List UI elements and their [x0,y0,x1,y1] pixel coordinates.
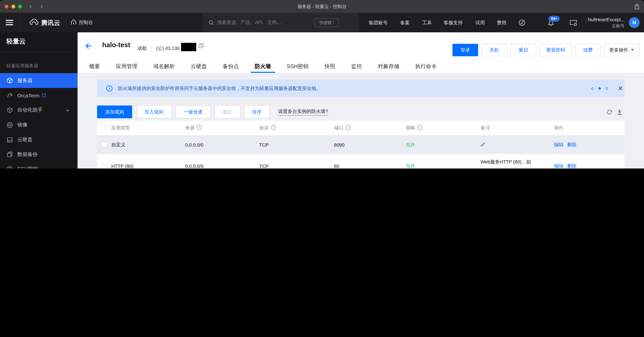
sidebar-item-server[interactable]: 服务器 [0,73,78,88]
info-icon[interactable] [196,125,202,131]
import-rule-button[interactable]: 导入规则 [136,105,172,118]
info-banner: 防火墙所提供的安全防护作用等同于云服务器中的安全组，不支持为轻量应用服务器配置安… [97,79,624,97]
sidebar-group-label: 轻量应用服务器 [6,63,74,69]
window-title: 服务器 - 轻量云 - 控制台 [0,0,644,13]
carousel-dot-active[interactable] [598,87,601,89]
table-row[interactable]: 自定义 0.0.0.0/0 TCP 8090 允许 编辑删除 [97,136,624,154]
browser-window: ‹ › 服务器 - 轻量云 - 控制台 腾讯云 控制台 搜索资源、产品、API、… [0,0,644,168]
nav-item-billing[interactable]: 费用 [497,13,506,32]
tab-domain-resolution[interactable]: 域名解析 [149,59,179,73]
table-row[interactable]: HTTP (80) 0.0.0.0/0 TCP 80 允许 Web服务HTTP … [97,154,624,168]
tab-app-management[interactable]: 应用管理 [112,59,142,73]
tab-backup-point[interactable]: 备份点 [219,59,243,73]
automation-assistant-icon [6,107,13,113]
chevron-down-icon [66,107,70,113]
add-rule-button[interactable]: 添加规则 [97,105,132,118]
instance-ip: (公) 43.136. [156,45,181,51]
info-icon[interactable] [417,125,423,131]
data-backup-icon [6,151,13,157]
instance-actions: 登录 关机 重启 重置密码 续费 更多操作 [452,44,639,56]
sidebar-item-label: OrcaTerm [17,93,40,98]
sort-button[interactable]: 排序 [244,105,270,118]
more-actions-button[interactable]: 更多操作 [604,44,639,56]
delete-rule-button[interactable]: 删除 [214,105,240,118]
multi-instance-firewall-link[interactable]: 设置多台实例的防火墙? [278,107,328,115]
shutdown-button[interactable]: 关机 [482,44,507,56]
ssh-key-icon [6,166,13,168]
info-icon[interactable] [346,125,351,131]
rules-table: 应用类型 来源 协议 端口 策略 备注 操作 自定义 0.0.0.0/0 TCP… [97,120,624,168]
banner-text: 防火墙所提供的安全防护作用等同于云服务器中的安全组，不支持为轻量应用服务器配置安… [118,79,321,97]
select-all-checkbox[interactable] [102,125,107,131]
console-home-link[interactable]: 控制台 [71,13,93,32]
nav-item-trial[interactable]: 试用 [476,13,485,32]
back-arrow-icon[interactable] [86,43,91,50]
download-icon[interactable] [617,109,622,116]
edit-rule-link[interactable]: 编辑 [554,142,564,147]
sidebar-item-label: 数据备份 [17,151,38,158]
carousel-dot[interactable] [606,87,608,89]
instance-region: 成都 [137,45,147,51]
tab-snapshot[interactable]: 快照 [320,59,339,73]
divider [358,13,358,32]
delete-rule-link[interactable]: 删除 [567,163,576,168]
sidebar-item-label: SSH密钥 [17,166,38,168]
sidebar-item-orcaterm[interactable]: OrcaTerm [0,88,78,103]
hamburger-menu-icon[interactable] [6,20,13,25]
refresh-icon[interactable] [606,109,612,116]
console-label: 控制台 [79,19,93,26]
sidebar-item-image[interactable]: 镜像 [0,118,78,132]
edit-rule-link[interactable]: 编辑 [554,163,564,168]
col-action: 操作 [554,120,624,136]
nav-item-group-account[interactable]: 集团账号 [369,13,388,32]
tab-object-storage[interactable]: 对象存储 [374,59,404,73]
row-checkbox[interactable] [102,142,107,147]
carousel-dot[interactable] [591,87,594,89]
login-button[interactable]: 登录 [452,44,478,56]
tab-cloud-disk[interactable]: 云硬盘 [187,59,211,73]
share-icon[interactable] [634,4,639,11]
nav-item-icp[interactable]: 备案 [400,13,410,32]
restart-button[interactable]: 重启 [510,44,536,56]
feedback-icon[interactable] [518,19,525,27]
sidebar-item-data-backup[interactable]: 数据备份 [0,147,78,162]
brand-logo[interactable]: 腾讯云 [29,13,60,32]
sidebar-item-cloud-disk[interactable]: 云硬盘 [0,132,78,147]
divider [586,18,586,27]
divider [0,52,78,52]
tab-bar: 概要 应用管理 域名解析 云硬盘 备份点 防火墙 SSH密钥 快照 监控 对象存… [78,59,445,73]
sidebar-item-label: 服务器 [17,77,32,84]
image-mirror-icon [6,122,13,128]
delete-rule-link[interactable]: 删除 [567,142,576,147]
server-icon [6,77,13,84]
sidebar-item-ssh-key[interactable]: SSH密钥 [0,162,78,169]
tab-ssh-key[interactable]: SSH密钥 [283,59,313,73]
console-settings-icon[interactable] [570,19,578,28]
row-checkbox[interactable] [102,163,107,168]
tab-run-command[interactable]: 执行命令 [411,59,441,73]
avatar[interactable]: N [629,17,640,28]
global-search-input[interactable]: 搜索资源、产品、API、文档.... 快捷键 / [203,13,358,32]
col-remark: 备注 [481,120,554,136]
account-role: 主账号 [588,23,624,29]
nav-item-support[interactable]: 客服支持 [444,13,462,32]
rules-toolbar: 添加规则 导入规则 一键放通 删除 排序 设置多台实例的防火墙? [97,105,624,118]
account-info[interactable]: NullHeartExcept... 主账号 [588,16,624,29]
caret-down-icon [631,49,634,51]
copy-icon[interactable] [198,43,204,49]
reset-password-button[interactable]: 重置密码 [540,44,572,56]
tab-overview[interactable]: 概要 [85,59,104,73]
sidebar-item-automation-assistant[interactable]: 自动化助手 [0,103,78,117]
sidebar-item-label: 自动化助手 [17,107,43,113]
info-icon[interactable] [271,125,276,131]
edit-remark-pencil-icon[interactable] [481,142,486,148]
tab-firewall[interactable]: 防火墙 [251,59,275,73]
open-all-button[interactable]: 一键放通 [176,105,210,118]
sidebar-item-label: 云硬盘 [17,136,32,143]
renew-button[interactable]: 续费 [575,44,601,56]
tab-monitor[interactable]: 监控 [347,59,366,73]
info-icon [106,85,112,93]
nav-item-tools[interactable]: 工具 [422,13,432,32]
col-app-type: 应用类型 [111,120,185,136]
banner-close-icon[interactable] [618,86,623,92]
